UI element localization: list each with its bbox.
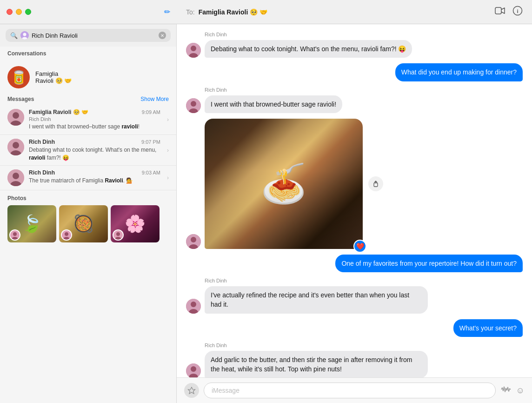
- svg-point-38: [191, 366, 196, 372]
- bubble-8: Add garlic to the butter, and then stir …: [205, 351, 428, 377]
- msg-chevron-3: ›: [167, 175, 169, 181]
- photo-avatar-3: [113, 229, 124, 241]
- message-input[interactable]: iMessage: [204, 383, 496, 398]
- to-label: To:: [186, 8, 195, 16]
- title-actions: i: [495, 6, 523, 18]
- photo-avatar-1: [9, 229, 20, 241]
- svg-point-19: [65, 232, 68, 236]
- photo-thumb-3[interactable]: 🌸: [111, 205, 160, 242]
- msg-time-3: 9:03 AM: [142, 170, 160, 175]
- bubble-2: What did you end up making for dinner?: [395, 63, 523, 81]
- photo-avatar-2: [61, 229, 72, 241]
- traffic-lights: [0, 9, 31, 15]
- maximize-button[interactable]: [25, 9, 31, 15]
- search-bar: 🔍 Rich Dinh Ravioli ✕: [0, 24, 176, 47]
- chat-messages: Rich Dinh Debating what to cook tonight.…: [177, 24, 532, 377]
- bubble-1: Debating what to cook tonight. What's on…: [205, 40, 412, 58]
- photo-reaction[interactable]: ❤️: [353, 240, 366, 253]
- photo-thumb-1[interactable]: 🍃: [7, 205, 56, 242]
- msg-sender-3: Rich Dinh: [29, 169, 55, 176]
- compose-icon[interactable]: ✏: [164, 7, 170, 16]
- main-layout: 🔍 Rich Dinh Ravioli ✕ Conversations 🥫 Fa…: [0, 24, 532, 403]
- chat-avatar-3: [186, 98, 201, 113]
- messages-header: Messages Show More: [0, 96, 176, 105]
- message-result-item-2[interactable]: Rich Dinh 9:07 PM Debating what to cook …: [0, 135, 176, 166]
- chat-avatar-8: [186, 363, 201, 377]
- app-store-button[interactable]: [184, 383, 199, 398]
- message-result-item-3[interactable]: Rich Dinh 9:03 AM The true matriarch of …: [0, 166, 176, 190]
- messages-section-label: Messages: [7, 96, 34, 102]
- sender-name-6: Rich Dinh: [205, 278, 523, 283]
- msg-chevron-2: ›: [167, 147, 169, 154]
- input-icons: ☺: [500, 385, 525, 396]
- svg-point-25: [191, 46, 196, 51]
- svg-point-10: [13, 142, 19, 148]
- message-group-1: Rich Dinh Debating what to cook tonight.…: [186, 32, 523, 58]
- title-bar: ✏ To: Famiglia Ravioli 🥺 🤝 i: [0, 0, 532, 24]
- left-title-area: ✏: [0, 7, 177, 16]
- svg-rect-0: [495, 7, 501, 14]
- chat-input-area: iMessage ☺: [177, 377, 532, 403]
- msg-avatar-3: [7, 169, 24, 186]
- show-more-button[interactable]: Show More: [140, 96, 169, 102]
- svg-point-16: [13, 232, 17, 236]
- svg-text:i: i: [517, 8, 518, 14]
- close-button[interactable]: [7, 9, 13, 15]
- messages-section: Messages Show More Famiglia Ravioli 🥺 🤝 …: [0, 92, 176, 190]
- conversation-title-header: To: Famiglia Ravioli 🥺 🤝: [186, 8, 267, 16]
- conversation-item-famiglia[interactable]: 🥫 FamigliaRavioli 🥺 🤝: [0, 62, 176, 92]
- msg-chevron-1: ›: [167, 116, 169, 123]
- conversations-label: Conversations: [7, 50, 169, 57]
- svg-point-28: [191, 101, 196, 107]
- search-input[interactable]: Rich Dinh Ravioli: [32, 32, 156, 39]
- chat-avatar-photo: [186, 234, 201, 249]
- msg-avatar-1: [7, 109, 24, 126]
- msg-row-8: Add garlic to the butter, and then stir …: [186, 351, 523, 377]
- photo-share-button[interactable]: [368, 176, 383, 191]
- msg-preview-2: Debating what to cook tonight. What's on…: [29, 146, 160, 162]
- video-call-icon[interactable]: [495, 7, 505, 17]
- audio-waveform-icon[interactable]: [500, 385, 512, 396]
- conversation-avatar: 🥫: [7, 66, 30, 88]
- sender-name-1: Rich Dinh: [205, 32, 523, 37]
- svg-point-22: [116, 232, 120, 236]
- chat-photo[interactable]: [205, 119, 363, 249]
- emoji-icon[interactable]: ☺: [516, 386, 525, 396]
- message-group-3: Rich Dinh I went with that browned-butte…: [186, 87, 523, 113]
- right-title-area: To: Famiglia Ravioli 🥺 🤝 i: [177, 6, 532, 18]
- msg-row-6: I've actually refined the recipe and it'…: [186, 286, 523, 314]
- msg-content-1: Famiglia Ravioli 🥺 🤝 9:09 AM Rich Dinh I…: [29, 109, 160, 131]
- msg-sender-2: Rich Dinh: [29, 139, 55, 145]
- msg-row-5: One of my favorites from your repertoire…: [186, 255, 523, 272]
- msg-row-photo: ❤️: [186, 119, 523, 249]
- message-group-photo: ❤️: [186, 119, 523, 249]
- msg-sender-1: Famiglia Ravioli 🥺 🤝: [29, 109, 88, 115]
- msg-preview-1: I went with that browned–butter sage rav…: [29, 123, 160, 131]
- minimize-button[interactable]: [16, 9, 22, 15]
- photos-section: Photos 🍃 🥘: [0, 190, 176, 247]
- bubble-3: I went with that browned-butter sage rav…: [205, 95, 342, 113]
- message-group-8: Rich Dinh Add garlic to the butter, and …: [186, 343, 523, 377]
- chat-avatar-6: [186, 299, 201, 314]
- svg-point-4: [23, 33, 27, 36]
- msg-time-2: 9:07 PM: [141, 139, 160, 145]
- photos-grid: 🍃 🥘: [7, 205, 169, 242]
- chat-avatar-1: [186, 43, 201, 58]
- bubble-6: I've actually refined the recipe and it'…: [205, 286, 428, 314]
- message-group-6: Rich Dinh I've actually refined the reci…: [186, 278, 523, 314]
- svg-point-31: [191, 237, 196, 242]
- search-input-wrap[interactable]: 🔍 Rich Dinh Ravioli ✕: [6, 29, 171, 42]
- photo-thumb-2[interactable]: 🥘: [59, 205, 108, 242]
- svg-rect-33: [374, 183, 378, 187]
- info-icon[interactable]: i: [512, 6, 523, 18]
- message-result-item[interactable]: Famiglia Ravioli 🥺 🤝 9:09 AM Rich Dinh I…: [0, 105, 176, 135]
- conversation-name: FamigliaRavioli 🥺 🤝: [35, 70, 72, 84]
- msg-time-1: 9:09 AM: [142, 109, 160, 115]
- search-clear-button[interactable]: ✕: [159, 32, 166, 39]
- msg-row-1: Debating what to cook tonight. What's on…: [186, 40, 523, 58]
- svg-point-7: [13, 112, 19, 119]
- conversation-name-header: Famiglia Ravioli 🥺 🤝: [199, 8, 267, 16]
- svg-point-35: [191, 302, 196, 307]
- msg-sub-sender-1: Rich Dinh: [29, 116, 160, 122]
- msg-row-2: What did you end up making for dinner?: [186, 63, 523, 81]
